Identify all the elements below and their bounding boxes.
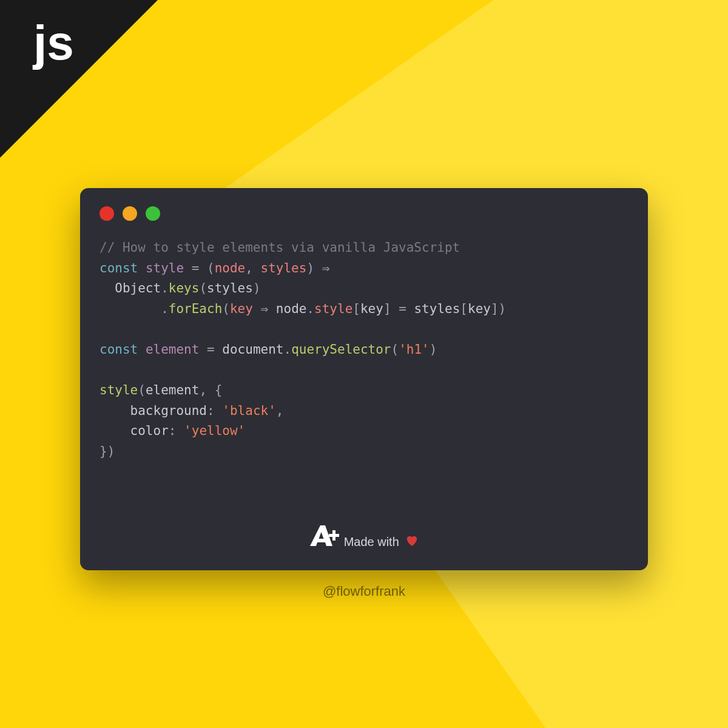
code-block: // How to style elements via vanilla Jav… <box>99 238 629 462</box>
code-window: // How to style elements via vanilla Jav… <box>80 188 648 570</box>
made-with-label: Made with <box>344 534 419 550</box>
minimize-icon[interactable] <box>123 206 137 221</box>
close-icon[interactable] <box>99 206 114 221</box>
maximize-icon[interactable] <box>146 206 160 221</box>
window-footer: Made with <box>80 525 648 552</box>
corner-triangle <box>0 0 158 158</box>
js-badge: js <box>33 15 74 71</box>
code-comment: // How to style elements via vanilla Jav… <box>99 240 460 255</box>
author-handle: @flowforfrank <box>0 584 728 599</box>
a-plus-logo <box>309 525 341 546</box>
window-controls <box>99 206 629 221</box>
heart-icon <box>405 534 419 550</box>
